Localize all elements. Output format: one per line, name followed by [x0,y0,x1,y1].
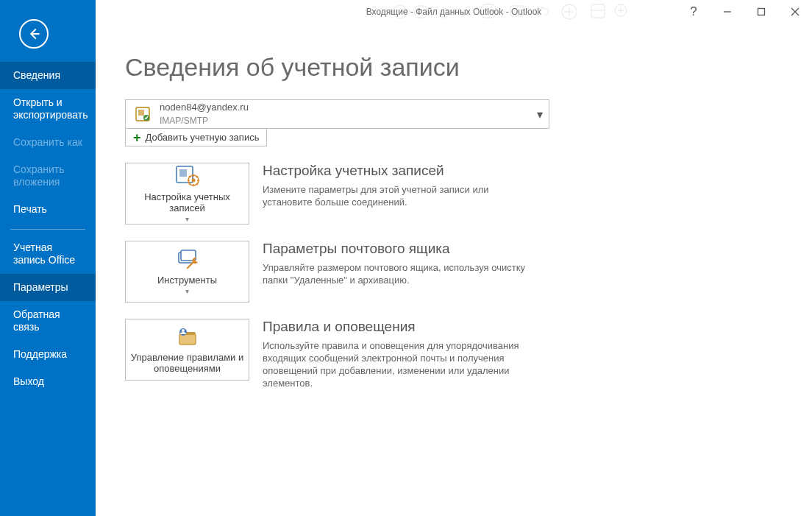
chevron-down-icon: ▾ [537,107,543,121]
svg-point-23 [182,329,185,332]
svg-point-17 [191,178,195,182]
sidebar-item-label: Сведения [13,69,60,81]
section-title: Правила и оповещения [263,319,535,335]
svg-point-7 [562,4,577,19]
sidebar-item-save-as: Сохранить как [0,129,96,156]
minimize-button[interactable] [710,0,744,24]
rules-alerts-icon [175,325,200,347]
account-icon [133,105,152,124]
sidebar-item-label: Поддержка [13,348,67,360]
chevron-down-icon: ▾ [185,287,189,295]
backstage-sidebar: Сведения Открыть и экспортировать Сохран… [0,0,96,516]
account-protocol: IMAP/SMTP [160,116,249,126]
sidebar-item-save-attachments: Сохранить вложения [0,156,96,196]
sidebar-item-label: Сохранить вложения [13,163,65,188]
svg-rect-6 [510,6,524,16]
account-email: noden84@yandex.ru [160,102,249,113]
sidebar-item-exit[interactable]: Выход [0,368,96,395]
maximize-button[interactable] [744,0,778,24]
sidebar-item-open-export[interactable]: Открыть и экспортировать [0,89,96,129]
title-bar: Входящие - Файл данных Outlook - Outlook… [96,0,812,24]
tile-label: Настройка учетных записей [130,191,244,213]
sidebar-item-label: Параметры [13,281,68,293]
section-description: Управляйте размером почтового ящика, исп… [263,261,535,286]
svg-rect-1 [415,6,427,18]
svg-rect-12 [138,110,144,116]
sidebar-item-info[interactable]: Сведения [0,62,96,89]
chevron-down-icon: ▾ [185,215,189,223]
arrow-left-icon [27,27,40,40]
svg-rect-3 [481,4,496,18]
page-title: Сведения об учетной записи [125,53,783,82]
section-title: Настройка учетных записей [263,163,535,179]
add-account-label: Добавить учетную запись [146,132,260,143]
back-button[interactable] [19,19,49,49]
sidebar-item-support[interactable]: Поддержка [0,341,96,368]
plus-icon: + [133,132,141,143]
tools-icon [175,248,200,270]
section-description: Используйте правила и оповещения для упо… [263,339,535,389]
sidebar-item-label: Печать [13,203,47,215]
minimize-icon [723,7,732,16]
close-icon [791,7,799,16]
svg-rect-15 [179,169,187,177]
svg-rect-10 [758,9,765,15]
sidebar-item-options[interactable]: Параметры [0,274,96,301]
svg-point-2 [440,9,449,18]
maximize-icon [757,7,766,16]
tools-tile[interactable]: Инструменты ▾ [125,241,249,303]
sidebar-item-label: Обратная связь [13,308,60,333]
content-area: Входящие - Файл данных Outlook - Outlook… [96,0,812,516]
section-description: Измените параметры для этой учетной запи… [263,183,535,208]
sidebar-item-label: Выход [13,375,44,387]
help-button[interactable]: ? [677,0,710,24]
sidebar-item-office-account[interactable]: Учетная запись Office [0,234,96,274]
svg-point-4 [485,10,488,13]
section-title: Параметры почтового ящика [263,241,535,257]
sidebar-item-feedback[interactable]: Обратная связь [0,301,96,341]
close-button[interactable] [778,0,812,24]
svg-point-5 [491,10,494,13]
account-settings-tile[interactable]: Настройка учетных записей ▾ [125,163,249,225]
svg-rect-20 [179,334,196,344]
svg-rect-8 [591,4,605,18]
tile-label: Инструменты [157,275,217,286]
sidebar-item-label: Открыть и экспортировать [13,96,88,121]
decorative-doodles [385,0,694,24]
sidebar-separator [10,229,85,230]
svg-point-0 [393,5,407,18]
sidebar-item-print[interactable]: Печать [0,196,96,223]
tile-label: Управление правилами и оповещениями [130,352,244,374]
svg-point-9 [615,4,627,16]
rules-alerts-tile[interactable]: Управление правилами и оповещениями [125,319,249,381]
sidebar-item-label: Учетная запись Office [13,241,75,266]
account-selector[interactable]: noden84@yandex.ru IMAP/SMTP ▾ [125,99,549,129]
sidebar-item-label: Сохранить как [13,136,82,148]
add-account-button[interactable]: + Добавить учетную запись [125,128,267,146]
account-settings-icon [175,165,200,187]
